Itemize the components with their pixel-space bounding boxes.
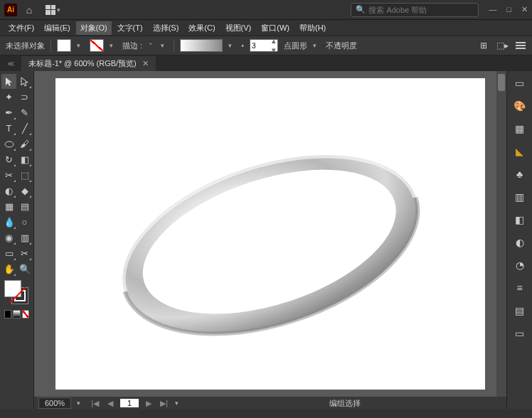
- libraries-panel-icon[interactable]: ▭: [512, 326, 528, 341]
- line-tool[interactable]: ╱: [17, 121, 32, 136]
- align-icon[interactable]: ⊞: [478, 40, 489, 51]
- status-bar: 600% ▾ |◀ ◀ 1 ▶ ▶| ▾ 编组选择: [34, 397, 506, 409]
- prev-artboard-button[interactable]: ◀: [106, 399, 115, 408]
- free-transform-tool[interactable]: ⬚: [17, 168, 32, 183]
- first-artboard-button[interactable]: |◀: [90, 399, 100, 408]
- right-panel-dock: ▭ 🎨 ▦ ◣ ♣ ▥ ◧ ◐ ◔ ≡ ▤ ▭: [506, 71, 532, 409]
- zoom-level[interactable]: 600%: [38, 397, 71, 409]
- asset-export-panel-icon[interactable]: ▤: [512, 303, 528, 318]
- profile-label: 点圆形: [284, 41, 307, 51]
- appearance-panel-icon[interactable]: ◔: [512, 257, 528, 273]
- swatches-panel-icon[interactable]: ▦: [512, 121, 528, 136]
- menu-object[interactable]: 对象(O): [76, 21, 112, 35]
- ring-artwork[interactable]: [100, 113, 441, 355]
- rotate-tool[interactable]: ↻: [1, 152, 16, 167]
- fill-swatch[interactable]: [57, 39, 71, 52]
- layers-panel-icon[interactable]: ◧: [512, 212, 528, 227]
- blend-tool[interactable]: ○: [17, 215, 32, 230]
- chevron-down-icon[interactable]: ▾: [228, 42, 235, 49]
- document-tab[interactable]: 未标题-1* @ 600% (RGB/预览) ✕: [21, 56, 156, 71]
- scissors-tool[interactable]: ✂: [1, 168, 16, 183]
- selection-tool[interactable]: [1, 74, 16, 89]
- menu-type[interactable]: 文字(T): [113, 21, 147, 35]
- paintbrush-tool[interactable]: 🖌: [17, 136, 32, 151]
- type-tool[interactable]: T: [1, 121, 16, 136]
- chevron-down-icon[interactable]: ▾: [77, 42, 84, 49]
- graphic-styles-panel-icon[interactable]: ≡: [512, 280, 528, 296]
- artboard[interactable]: [55, 78, 485, 390]
- perspective-grid-tool[interactable]: ◆: [17, 183, 32, 198]
- last-artboard-button[interactable]: ▶|: [159, 399, 169, 408]
- curvature-tool[interactable]: ✎: [17, 105, 32, 120]
- chevron-down-icon[interactable]: ▾: [175, 400, 182, 407]
- chevron-down-icon[interactable]: ▾: [161, 42, 168, 49]
- symbols-panel-icon[interactable]: ♣: [512, 166, 528, 182]
- color-mode-btn[interactable]: [4, 310, 11, 318]
- brush-definition[interactable]: [180, 39, 223, 52]
- eraser-tool[interactable]: ◧: [17, 152, 32, 167]
- hand-tool[interactable]: ✋: [1, 262, 16, 277]
- search-icon: 🔍: [356, 5, 366, 14]
- transform-icon[interactable]: ⬚▸: [496, 40, 508, 51]
- zoom-tool[interactable]: 🔍: [17, 262, 32, 277]
- stroke-width-input[interactable]: 3 ▴▾: [250, 39, 278, 52]
- artboard-tool[interactable]: ▭: [1, 246, 16, 261]
- chevron-down-icon[interactable]: ▾: [313, 42, 320, 49]
- slice-tool[interactable]: ✂: [17, 246, 32, 261]
- direct-selection-tool[interactable]: [17, 74, 32, 89]
- shape-builder-tool[interactable]: ◐: [1, 183, 16, 198]
- maximize-button[interactable]: □: [506, 5, 511, 14]
- document-tab-bar: ≪ 未标题-1* @ 600% (RGB/预览) ✕: [0, 55, 532, 71]
- menu-help[interactable]: 帮助(H): [295, 21, 330, 35]
- gradient-tool[interactable]: ▤: [17, 199, 32, 214]
- search-box[interactable]: 🔍: [351, 3, 479, 17]
- canvas-viewport[interactable]: [34, 71, 506, 397]
- artboard-number[interactable]: 1: [120, 399, 139, 407]
- stroke-swatch[interactable]: [90, 39, 104, 52]
- chevron-down-icon[interactable]: ▾: [77, 400, 84, 407]
- opacity-label[interactable]: 不透明度: [326, 41, 357, 51]
- stroke-panel-icon[interactable]: ▥: [512, 189, 528, 205]
- minimize-button[interactable]: —: [489, 5, 496, 14]
- menu-window[interactable]: 窗口(W): [257, 21, 294, 35]
- selection-status: 未选择对象: [6, 41, 45, 51]
- stroke-weight-down[interactable]: ⌃: [148, 42, 155, 49]
- none-mode-btn[interactable]: [22, 310, 29, 318]
- control-bar: 未选择对象 ▾ ▾ 描边 : ⌃ ▾ ▾ • 3 ▴▾ 点圆形 ▾ 不透明度 ⊞…: [0, 36, 532, 55]
- lasso-tool[interactable]: ⊃: [17, 90, 32, 104]
- main-workspace: ✦ ⊃ ✒ ✎ T ╱ 🖌 ↻ ◧ ✂ ⬚ ◐ ◆ ▦ ▤: [0, 71, 532, 409]
- fill-stroke-swatches[interactable]: [1, 280, 32, 309]
- column-graph-tool[interactable]: ▥: [17, 230, 32, 245]
- document-tab-title: 未标题-1* @ 600% (RGB/预览): [28, 58, 137, 69]
- menu-view[interactable]: 视图(V): [221, 21, 256, 35]
- chevron-down-icon[interactable]: ▾: [110, 42, 117, 49]
- home-icon[interactable]: ⌂: [23, 4, 36, 16]
- eyedropper-tool[interactable]: 💧: [1, 215, 16, 230]
- symbol-sprayer-tool[interactable]: ◉: [1, 230, 16, 245]
- gradient-mode-btn[interactable]: [13, 310, 20, 318]
- properties-panel-icon[interactable]: ▭: [512, 75, 528, 91]
- close-tab-button[interactable]: ✕: [142, 59, 149, 68]
- menu-select[interactable]: 选择(S): [149, 21, 183, 35]
- brushes-panel-icon[interactable]: ◣: [512, 144, 528, 159]
- tab-scroll-icon[interactable]: ≪: [7, 60, 14, 68]
- pen-tool[interactable]: ✒: [1, 105, 16, 120]
- ellipse-tool[interactable]: [1, 136, 16, 151]
- svg-point-0: [5, 141, 14, 147]
- arrange-documents-button[interactable]: ▾: [41, 4, 68, 16]
- color-panel-icon[interactable]: 🎨: [512, 98, 528, 114]
- canvas-area: 600% ▾ |◀ ◀ 1 ▶ ▶| ▾ 编组选择: [34, 71, 506, 409]
- search-input[interactable]: [368, 6, 474, 14]
- menu-edit[interactable]: 编辑(E): [40, 21, 75, 35]
- magic-wand-tool[interactable]: ✦: [1, 90, 16, 104]
- close-button[interactable]: ✕: [521, 5, 528, 14]
- menu-file[interactable]: 文件(F): [4, 21, 38, 35]
- app-icon: Ai: [4, 4, 17, 16]
- next-artboard-button[interactable]: ▶: [144, 399, 153, 408]
- menu-effect[interactable]: 效果(C): [184, 21, 219, 35]
- scrollbar-thumb[interactable]: [498, 74, 505, 91]
- mesh-tool[interactable]: ▦: [1, 199, 16, 214]
- transparency-panel-icon[interactable]: ◐: [512, 235, 528, 250]
- preferences-icon[interactable]: [515, 40, 526, 51]
- vertical-scrollbar[interactable]: [496, 71, 506, 397]
